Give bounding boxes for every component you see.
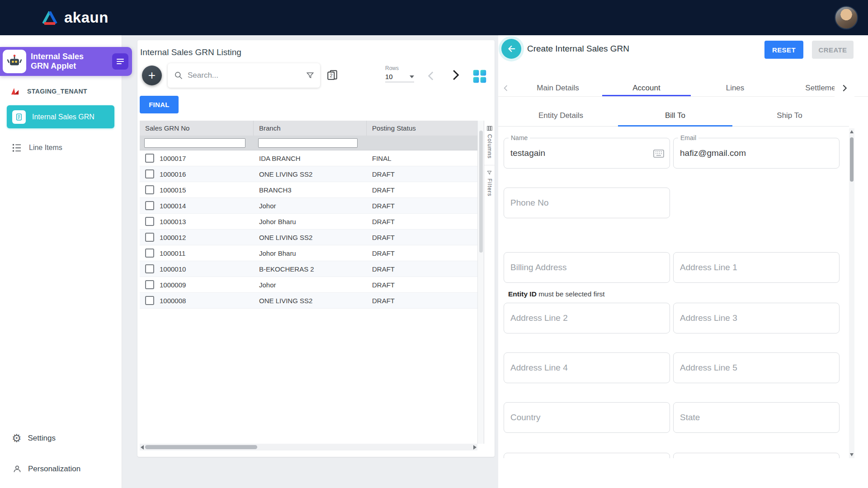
scroll-up-arrow[interactable] (850, 130, 854, 133)
status-filter-chip[interactable]: FINAL (140, 96, 179, 113)
sidebar-item-label: Line Items (29, 144, 62, 152)
subtab-label: Bill To (665, 111, 685, 120)
tab-lines[interactable]: Lines (691, 80, 779, 96)
prev-page-button[interactable] (425, 70, 437, 82)
table-horizontal-scrollbar (140, 444, 477, 450)
sidebar-item-personalization[interactable]: Personalization (0, 461, 122, 477)
row-checkbox[interactable] (145, 264, 154, 273)
table-row[interactable]: 1000013 Johor Bharu DRAFT (140, 214, 477, 230)
phone-input[interactable] (504, 188, 670, 218)
table-row[interactable]: 1000010 B-EKOCHERAS 2 DRAFT (140, 261, 477, 277)
scrollbar-thumb[interactable] (479, 131, 483, 253)
email-input[interactable] (674, 138, 839, 168)
address-line-4-input[interactable] (504, 353, 670, 383)
column-header-sales-grn-no[interactable]: Sales GRN No (140, 121, 254, 136)
akaun-logo-icon (41, 10, 59, 25)
form-field-partial-right[interactable] (673, 453, 840, 458)
add-record-button[interactable]: + (142, 66, 162, 85)
filter-input-branch[interactable] (258, 138, 358, 148)
cell-sales-grn-no: 1000012 (154, 234, 254, 241)
row-checkbox[interactable] (145, 154, 154, 163)
address-line-2-input[interactable] (504, 303, 670, 333)
table-row[interactable]: 1000017 IDA BRANCH FINAL (140, 150, 477, 166)
filter-icon[interactable] (306, 71, 315, 80)
form-scrollbar (849, 128, 854, 458)
rows-per-page-select[interactable]: 10 (385, 73, 414, 82)
column-header-branch[interactable]: Branch (254, 121, 367, 136)
table-row[interactable]: 1000008 ONE LIVING SS2 DRAFT (140, 293, 477, 309)
cell-posting-status: FINAL (367, 155, 477, 162)
sidebar-item-label: STAGING_TENANT (27, 88, 87, 95)
address-line-3-field (673, 303, 840, 333)
back-button[interactable] (501, 39, 521, 59)
filter-input-sales-grn-no[interactable] (144, 138, 245, 148)
tab-label: Lines (726, 84, 745, 93)
create-button[interactable]: CREATE (812, 41, 854, 59)
name-input[interactable] (504, 138, 670, 168)
row-checkbox[interactable] (145, 201, 154, 210)
table-row[interactable]: 1000011 Johor Bharu DRAFT (140, 245, 477, 261)
row-checkbox[interactable] (145, 217, 154, 226)
field-label: Name (509, 134, 530, 141)
row-checkbox[interactable] (145, 233, 154, 242)
apps-grid-icon[interactable] (471, 68, 488, 85)
row-checkbox[interactable] (145, 185, 154, 194)
keyboard-icon[interactable] (653, 150, 664, 158)
next-page-button[interactable] (448, 68, 462, 82)
subtab-ship-to[interactable]: Ship To (732, 105, 847, 126)
table-row[interactable]: 1000014 Johor DRAFT (140, 198, 477, 214)
address-line-5-input[interactable] (674, 353, 839, 383)
search-icon (174, 71, 183, 80)
address-line-1-input[interactable] (674, 253, 839, 282)
sidebar-item-line-items[interactable]: Line Items (0, 140, 122, 156)
form-field-partial-left[interactable] (504, 453, 670, 458)
country-input[interactable] (504, 403, 670, 432)
address-line-3-input[interactable] (674, 303, 839, 333)
table-row[interactable]: 1000012 ONE LIVING SS2 DRAFT (140, 230, 477, 245)
reset-button[interactable]: RESET (764, 41, 803, 59)
tab-account[interactable]: Account (602, 80, 691, 96)
sidebar-item-tenant[interactable]: STAGING_TENANT (0, 83, 122, 99)
sidebar-item-settings[interactable]: ⚙ Settings (0, 430, 122, 446)
row-checkbox[interactable] (145, 249, 154, 258)
search-input[interactable] (188, 71, 306, 80)
cell-branch: Johor (254, 202, 367, 210)
scroll-left-arrow[interactable] (141, 445, 144, 450)
subtab-entity-details[interactable]: Entity Details (504, 105, 618, 126)
scrollbar-thumb[interactable] (850, 137, 854, 182)
gear-icon: ⚙ (12, 433, 22, 444)
billing-address-input[interactable] (504, 253, 670, 282)
grn-doc-icon (12, 110, 26, 124)
tab-main-details[interactable]: Main Details (514, 80, 602, 96)
tabs-scroll-left-icon[interactable] (498, 80, 514, 96)
table-body: 1000017 IDA BRANCH FINAL 1000016 ONE LIV… (140, 150, 477, 309)
columns-tool-tab[interactable]: Columns (484, 121, 495, 159)
brand[interactable]: akaun (41, 9, 108, 26)
rows-label: Rows (385, 65, 414, 71)
row-checkbox[interactable] (145, 296, 154, 305)
table-row[interactable]: 1000009 Johor DRAFT (140, 277, 477, 293)
cell-branch: ONE LIVING SS2 (254, 170, 367, 178)
filters-tool-tab[interactable]: Filters (484, 165, 495, 197)
row-checkbox[interactable] (145, 169, 154, 178)
tabs-scroll-right-icon[interactable] (835, 80, 854, 97)
cell-sales-grn-no: 1000017 (154, 155, 254, 162)
scrollbar-thumb[interactable] (145, 445, 257, 449)
sidebar-item-internal-sales-grn[interactable]: Internal Sales GRN (7, 105, 114, 128)
state-input[interactable] (674, 403, 839, 432)
sidebar-collapse-button[interactable] (112, 53, 128, 70)
row-checkbox[interactable] (145, 280, 154, 289)
entity-id-note-rest: must be selected first (537, 290, 605, 298)
column-header-posting-status[interactable]: Posting Status (367, 121, 477, 136)
cell-branch: Johor (254, 281, 367, 289)
user-avatar[interactable] (835, 6, 858, 29)
scroll-down-arrow[interactable] (850, 453, 854, 456)
multi-page-view-icon[interactable]: 2 (326, 69, 338, 81)
table-row[interactable]: 1000015 BRANCH3 DRAFT (140, 182, 477, 198)
bill-to-form: Name Email Entity ID must be selected fi… (498, 128, 849, 458)
subtab-bill-to[interactable]: Bill To (618, 105, 732, 126)
tab-settlement[interactable]: Settlement (779, 80, 868, 96)
state-field (673, 402, 840, 433)
table-row[interactable]: 1000016 ONE LIVING SS2 DRAFT (140, 166, 477, 182)
scroll-right-arrow[interactable] (473, 445, 476, 450)
